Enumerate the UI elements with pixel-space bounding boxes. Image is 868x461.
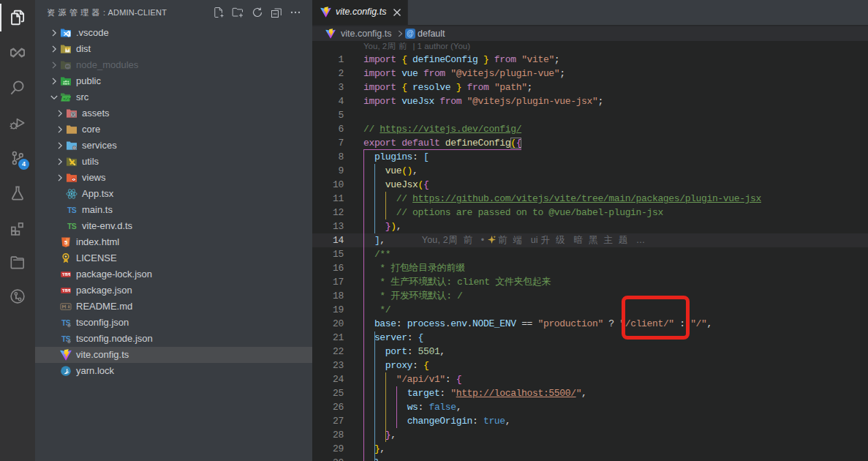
svg-text:</>: </> bbox=[63, 97, 71, 102]
svg-text:5: 5 bbox=[64, 239, 67, 246]
